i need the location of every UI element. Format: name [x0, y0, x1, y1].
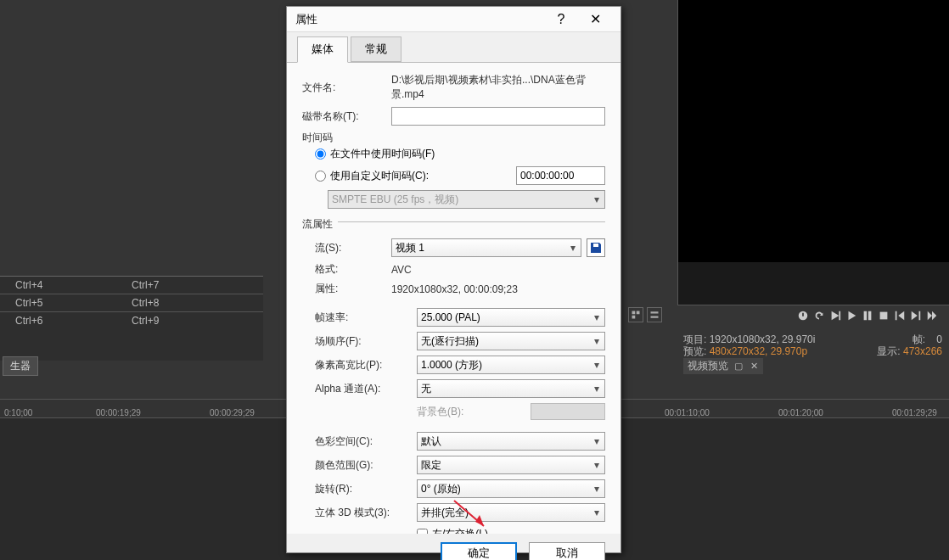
shortcut-row: Ctrl+6Ctrl+9 — [0, 311, 263, 329]
toolbar-icon-1[interactable] — [628, 307, 643, 322]
swap-lr-checkbox[interactable] — [417, 529, 428, 534]
play-button[interactable] — [845, 309, 858, 322]
preview-toolbar — [628, 307, 662, 322]
cancel-button[interactable]: 取消 — [529, 542, 605, 560]
rotation-select[interactable]: 0° (原始) — [417, 479, 605, 498]
stereo3d-select[interactable]: 并排(完全) — [417, 503, 605, 522]
svg-rect-9 — [896, 311, 897, 321]
tapename-input[interactable] — [391, 107, 605, 126]
dialog-tabs: 媒体 常规 — [287, 32, 620, 63]
loop-button[interactable] — [812, 309, 826, 322]
panel-maximize-icon[interactable]: ▢ — [733, 361, 744, 372]
svg-rect-1 — [637, 311, 640, 315]
transport-controls — [796, 305, 939, 326]
rotation-label: 旋转(R): — [302, 482, 391, 496]
svg-rect-6 — [864, 311, 868, 321]
display-info: 显示: 473x266 — [877, 344, 942, 359]
tab-general[interactable]: 常规 — [351, 36, 402, 62]
play-start-button[interactable] — [828, 309, 842, 322]
bgcolor-label: 背景色(B): — [417, 405, 463, 419]
svg-rect-2 — [632, 316, 636, 319]
timecode-section: 时间码 — [302, 131, 605, 145]
alpha-select[interactable]: 无 — [417, 379, 605, 398]
shortcut-panel: Ctrl+4Ctrl+7 Ctrl+5Ctrl+8 Ctrl+6Ctrl+9 — [0, 276, 263, 361]
save-icon[interactable] — [587, 238, 605, 257]
dialog-title-text: 属性 — [295, 12, 544, 27]
colorspace-label: 色彩空间(C): — [302, 434, 391, 449]
dialog-titlebar[interactable]: 属性 ? ✕ — [287, 7, 620, 32]
timeline-tick: 0:10;00 — [4, 408, 32, 417]
format-value: AVC — [391, 264, 605, 276]
help-button[interactable]: ? — [544, 8, 578, 31]
ok-button[interactable]: 确定 — [441, 542, 517, 560]
use-file-timecode-radio[interactable] — [315, 148, 326, 160]
record-button[interactable] — [796, 309, 810, 322]
svg-rect-3 — [651, 311, 659, 313]
use-custom-timecode-label: 使用自定义时间码(C): — [330, 169, 516, 183]
format-label: 格式: — [302, 262, 391, 277]
par-select[interactable]: 1.0000 (方形) — [417, 356, 605, 374]
dialog-body: 文件名: D:\影视后期\视频素材\非实拍...\DNA蓝色背景.mp4 磁带名… — [287, 63, 620, 534]
stop-button[interactable] — [877, 309, 890, 322]
preview-panel — [677, 0, 949, 305]
toolbar-icon-2[interactable] — [647, 307, 662, 322]
smpte-format-select[interactable]: SMPTE EBU (25 fps，视频) — [328, 190, 605, 209]
framerate-label: 帧速率: — [302, 311, 391, 325]
props-label: 属性: — [302, 282, 391, 296]
stream-select[interactable]: 视频 1 — [391, 238, 581, 257]
next-button[interactable] — [909, 309, 923, 322]
svg-rect-8 — [880, 312, 888, 320]
preview-video — [678, 0, 949, 262]
colorrange-select[interactable]: 限定 — [417, 456, 605, 474]
fieldorder-select[interactable]: 无(逐行扫描) — [417, 332, 605, 350]
close-button[interactable]: ✕ — [578, 8, 612, 31]
stereo3d-label: 立体 3D 模式(3): — [302, 506, 391, 520]
generator-label: 生器 — [3, 356, 38, 376]
svg-rect-7 — [868, 311, 872, 321]
timeline-tick: 00:01:29;29 — [892, 408, 937, 417]
timeline-tick: 00:01:10;00 — [665, 408, 710, 417]
props-value: 1920x1080x32, 00:00:09;23 — [391, 283, 605, 295]
par-label: 像素高宽比(P): — [302, 358, 391, 372]
tapename-label: 磁带名称(T): — [302, 109, 391, 124]
preview-info: 预览: 480x270x32, 29.970p — [683, 344, 807, 359]
dialog-footer: 确定 取消 — [287, 534, 620, 560]
timeline-tick: 00:01:20;00 — [778, 408, 823, 417]
prev-button[interactable] — [893, 309, 907, 322]
tab-media[interactable]: 媒体 — [297, 36, 348, 63]
alpha-label: Alpha 通道(A): — [302, 382, 391, 396]
shortcut-row: Ctrl+4Ctrl+7 — [0, 276, 263, 294]
timeline-tick: 00:00:19;29 — [96, 408, 141, 417]
use-file-timecode-label: 在文件中使用时间码(F) — [330, 147, 435, 161]
swap-lr-label: 左/右交换(L) — [432, 527, 488, 534]
svg-rect-10 — [919, 311, 921, 321]
svg-rect-5 — [839, 311, 840, 321]
svg-rect-4 — [651, 316, 659, 318]
stream-label: 流(S): — [302, 241, 391, 255]
bgcolor-swatch — [531, 403, 605, 420]
end-button[interactable] — [925, 309, 939, 322]
panel-close-icon[interactable]: ✕ — [749, 361, 759, 372]
filename-label: 文件名: — [302, 81, 391, 95]
svg-rect-0 — [632, 311, 636, 315]
video-preview-label: 视频预览 — [688, 359, 728, 373]
pause-button[interactable] — [861, 309, 874, 322]
fieldorder-label: 场顺序(F): — [302, 334, 391, 349]
properties-dialog: 属性 ? ✕ 媒体 常规 文件名: D:\影视后期\视频素材\非实拍...\DN… — [286, 6, 621, 553]
colorrange-label: 颜色范围(G): — [302, 458, 391, 473]
custom-timecode-input[interactable] — [516, 166, 605, 185]
filename-value: D:\影视后期\视频素材\非实拍...\DNA蓝色背景.mp4 — [391, 73, 605, 102]
colorspace-select[interactable]: 默认 — [417, 432, 605, 451]
use-custom-timecode-radio[interactable] — [315, 171, 326, 182]
shortcut-row: Ctrl+5Ctrl+8 — [0, 294, 263, 311]
framerate-select[interactable]: 25.000 (PAL) — [417, 308, 605, 327]
stream-section: 流属性 — [302, 217, 333, 232]
timeline-tick: 00:00:29;29 — [210, 408, 255, 417]
video-preview-panel-header: 视频预览 ▢ ✕ — [683, 358, 763, 374]
